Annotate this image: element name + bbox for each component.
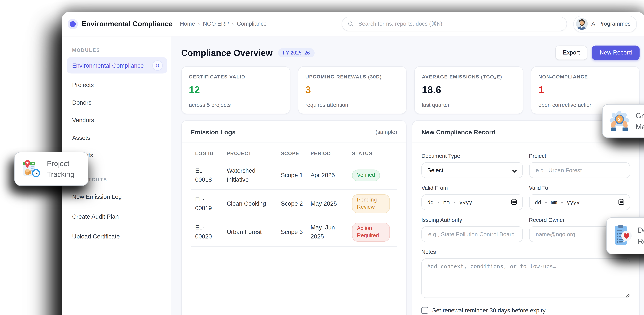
user-name: A. Programmes [592,21,630,27]
kpi-subtext: last quarter [422,102,515,108]
cell-period: May 2025 [306,195,348,213]
col-project: PROJECT [222,142,276,161]
kpi-subtext: requires attention [306,102,399,108]
kpi-value: 3 [306,84,399,96]
valid-to-date-field[interactable]: dd - mm - yyyy [529,194,630,210]
cell-period: May–Jun 2025 [306,219,348,246]
floating-card-label: Grant Management [636,110,644,132]
project-label: Project [529,153,630,159]
sample-note: (sample) [376,129,397,135]
breadcrumb-compliance[interactable]: Compliance [237,21,266,27]
sidebar-item-projects[interactable]: Projects [62,76,171,94]
shortcut-upload-certificate[interactable]: Upload Certificate [62,226,171,246]
cell-log-id: EL-00018 [190,162,222,189]
user-menu[interactable]: A. Programmes [574,16,637,32]
status-badge: Action Required [352,223,390,242]
cell-project: Urban Forest [222,223,276,241]
count-badge: 8 [152,60,163,70]
cell-project: Watershed Initiative [222,162,276,189]
new-record-button[interactable]: New Record [592,46,640,60]
kpi-certificates-valid: CERTIFICATES VALID 12 across 5 projects [181,66,290,114]
new-compliance-record-panel: New Compliance Record Document Type Sele… [412,120,640,315]
main-content: Compliance Overview FY 2025–26 Export Ne… [171,36,644,315]
date-value: dd - mm - yyyy [535,199,618,205]
sidebar-item-label: Environmental Compliance [72,62,152,69]
search-icon [348,21,354,27]
shortcut-create-audit-plan[interactable]: Create Audit Plan [62,206,171,226]
breadcrumb-ngo-erp[interactable]: NGO ERP [203,21,229,27]
table-row[interactable]: EL-00020 Urban Forest Scope 3 May–Jun 20… [190,218,397,246]
cell-scope: Scope 3 [276,223,306,241]
notes-textarea[interactable] [422,258,630,298]
kpi-row: CERTIFICATES VALID 12 across 5 projects … [181,66,640,114]
shortcut-new-emission-log[interactable]: New Emission Log [62,187,171,206]
kpi-label: AVERAGE EMISSIONS (TCO₂E) [422,74,515,79]
kpi-subtext: across 5 projects [189,102,282,108]
kpi-upcoming-renewals: UPCOMING RENEWALS (30D) 3 requires atten… [298,66,406,114]
breadcrumb: Home › NGO ERP › Compliance [180,21,266,27]
emission-logs-panel: Emission Logs (sample) LOG ID PROJECT SC… [181,120,406,315]
breadcrumb-home[interactable]: Home [180,21,195,27]
cell-log-id: EL-00019 [190,190,222,217]
renewal-reminder-checkbox[interactable] [422,307,428,314]
calendar-icon[interactable] [618,198,624,206]
floating-card-project-tracking[interactable]: Project Tracking [14,152,88,186]
form-title: New Compliance Record [422,128,495,136]
app-logo-dot-icon [70,21,76,27]
export-button[interactable]: Export [555,46,588,60]
col-period: PERIOD [306,142,348,161]
floating-card-donor-reporting[interactable]: Donor Reporting [606,217,644,254]
kpi-value: 12 [189,84,282,96]
project-input[interactable] [535,166,624,174]
sidebar-item-assets[interactable]: Assets [62,129,171,146]
global-search[interactable] [342,16,567,31]
valid-to-label: Valid To [529,185,630,191]
valid-from-label: Valid From [422,185,523,191]
sidebar-section-modules: MODULES [62,47,171,53]
kpi-label: UPCOMING RENEWALS (30D) [306,74,399,79]
document-type-label: Document Type [422,153,523,159]
renewal-reminder-label: Set renewal reminder 30 days before expi… [432,307,546,314]
grant-management-icon: $ [609,110,630,132]
calendar-icon[interactable] [511,198,517,206]
table-row[interactable]: EL-00019 Clean Cooking Scope 2 May 2025 … [190,190,397,218]
kpi-average-emissions: AVERAGE EMISSIONS (TCO₂E) 18.6 last quar… [414,66,523,114]
sidebar-item-donors[interactable]: Donors [62,94,171,111]
project-field[interactable] [529,162,630,178]
col-scope: SCOPE [276,142,306,161]
svg-text:$: $ [618,116,621,122]
issuing-authority-field[interactable] [422,226,523,242]
document-type-select[interactable]: Select... [422,162,523,178]
table-header-row: LOG ID PROJECT SCOPE PERIOD STATUS [190,142,397,162]
fiscal-year-badge: FY 2025–26 [278,48,315,57]
breadcrumb-separator-icon: › [198,21,200,26]
floating-card-grant-management[interactable]: $ Grant Management [602,104,644,138]
table-row[interactable]: EL-00018 Watershed Initiative Scope 1 Ap… [190,162,397,190]
kpi-label: CERTIFICATES VALID [189,74,282,79]
emission-logs-title: Emission Logs [190,128,236,136]
sidebar-item-vendors[interactable]: Vendors [62,111,171,129]
col-status: STATUS [348,142,397,161]
top-bar: Environmental Compliance Home › NGO ERP … [62,12,644,36]
kpi-value: 18.6 [422,84,515,96]
status-badge: Verified [352,170,380,181]
issuing-authority-input[interactable] [427,230,517,238]
floating-card-label: Donor Reporting [638,225,644,247]
status-badge: Pending Review [352,194,390,213]
avatar [576,18,588,30]
screenshot-stage: Environmental Compliance Home › NGO ERP … [0,0,644,315]
date-value: dd - mm - yyyy [427,199,511,205]
sidebar-item-environmental-compliance[interactable]: Environmental Compliance 8 [67,57,167,74]
cell-period: Apr 2025 [306,166,348,184]
issuing-authority-label: Issuing Authority [422,217,523,223]
breadcrumb-separator-icon: › [232,21,234,26]
page-heading-row: Compliance Overview FY 2025–26 Export Ne… [181,46,640,60]
search-input[interactable] [358,20,561,28]
cell-scope: Scope 1 [276,166,306,184]
select-value: Select... [427,167,512,174]
valid-from-date-field[interactable]: dd - mm - yyyy [422,194,523,210]
notes-label: Notes [422,249,630,255]
kpi-label: NON-COMPLIANCE [538,74,632,79]
chevron-down-icon [512,166,517,174]
floating-card-label: Project Tracking [47,158,83,180]
